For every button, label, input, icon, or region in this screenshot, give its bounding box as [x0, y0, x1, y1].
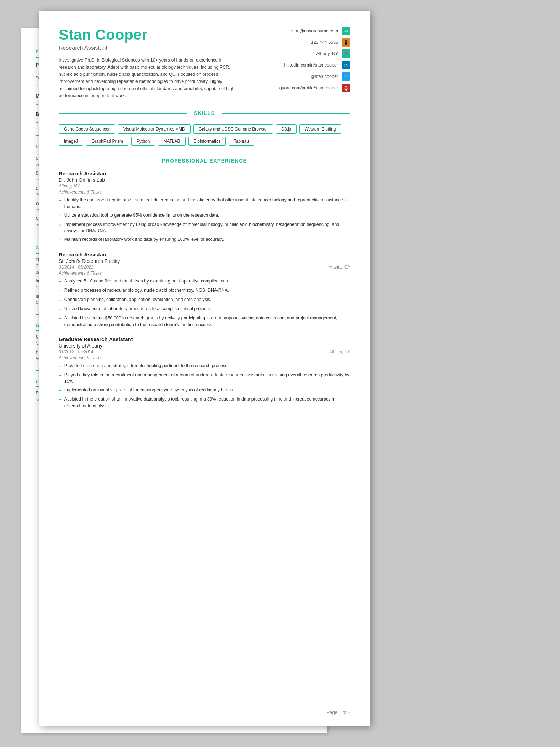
contact-location: Albany, NY 📍 — [251, 49, 350, 58]
exp-bullet-2-3: – Conducted planning, calibration, appli… — [59, 296, 350, 304]
exp-bullets-3: – Provided mentoring and strategic troub… — [59, 362, 350, 409]
exp-meta-1: Albany, NY — [59, 184, 350, 189]
twitter-icon: 🐦 — [342, 72, 350, 81]
skills-section-header: SKILLS — [59, 110, 350, 116]
candidate-name: Stan Cooper — [59, 27, 240, 43]
exp-bullets-2: – Analyzed 5-10 case files and databases… — [59, 278, 350, 328]
header-right: stan@novoresume.com ✉ 123 444 5555 📱 Alb… — [251, 27, 350, 95]
exp-bullet-3-4: – Assisted in the creation of an innovat… — [59, 396, 350, 409]
experience-section-title: PROFESSIONAL EXPERIENCE — [155, 158, 254, 164]
page-number: Page 1 of 2 — [327, 710, 351, 715]
candidate-title: Research Assistant — [59, 45, 240, 51]
quora-icon: Q — [342, 84, 350, 92]
exp-location-city-1: Albany, NY — [59, 184, 80, 189]
exp-subtitle-3: Achievements & Tasks — [59, 355, 350, 360]
skill-tag-tableau: Tableau — [229, 137, 254, 146]
phone-icon: 📱 — [342, 38, 350, 47]
exp-title-3: Graduate Research Assistant — [59, 336, 350, 342]
location-icon: 📍 — [342, 49, 350, 58]
exp-bullet-1-1: – Identify the conserved regulators of s… — [59, 197, 350, 210]
skill-tag: Gene Codes Sequencer — [59, 124, 115, 134]
skill-tag: D3.js — [276, 124, 296, 134]
exp-company-2: St. John's Research Facility — [59, 258, 350, 264]
skills-section-title: SKILLS — [187, 110, 222, 116]
exp-title-1: Research Assistant — [59, 170, 350, 176]
skill-tag: ImageJ — [59, 137, 83, 146]
header-left: Stan Cooper Research Assistant Investiga… — [59, 27, 251, 99]
skills-container: Gene Codes Sequencer Visual Molecular Dy… — [59, 123, 350, 148]
email-icon: ✉ — [342, 27, 350, 35]
contact-twitter: @stan.cooper 🐦 — [251, 72, 350, 81]
linkedin-icon: in — [342, 61, 350, 69]
skill-tag: Visual Molecular Dynamics VMD — [118, 124, 191, 134]
exp-bullet-1-3: – Implement process improvement by using… — [59, 221, 350, 235]
exp-bullet-3-3: – Implemented an inventive protocol for … — [59, 387, 350, 394]
exp-subtitle-1: Achievements & Tasks — [59, 190, 350, 195]
skills-section: SKILLS Gene Codes Sequencer Visual Molec… — [59, 110, 350, 148]
exp-bullet-2-2: – Refined processes of molecular biology… — [59, 287, 350, 295]
experience-item-2: Research Assistant St. John's Research F… — [59, 251, 350, 328]
skill-tag: Western Blotting — [299, 124, 341, 134]
experience-item-3: Graduate Research Assistant University o… — [59, 336, 350, 409]
exp-bullet-3-1: – Provided mentoring and strategic troub… — [59, 362, 350, 370]
skill-tag: MATLAB — [158, 137, 185, 146]
exp-bullet-2-1: – Analyzed 5-10 case files and databases… — [59, 278, 350, 285]
resume-header: Stan Cooper Research Assistant Investiga… — [59, 27, 350, 99]
exp-bullet-1-4: – Maintain records of laboratory work an… — [59, 236, 350, 244]
exp-title-2: Research Assistant — [59, 251, 350, 258]
exp-bullet-2-4: – Utilized knowledge of laboratory proce… — [59, 306, 350, 313]
resume-page: Stan Cooper Research Assistant Investiga… — [39, 11, 370, 726]
contact-email: stan@novoresume.com ✉ — [251, 27, 350, 35]
exp-bullets-1: – Identify the conserved regulators of s… — [59, 197, 350, 244]
exp-bullet-2-5: – Assisted in securing $50,000 in resear… — [59, 315, 350, 328]
exp-date-3: 01/2012 - 02/2014 — [59, 349, 93, 354]
exp-location-3: Albany, NY — [329, 349, 350, 354]
exp-location-2: Atlanta, GA — [329, 265, 350, 270]
exp-bullet-3-2: – Played a key role in the recruitment a… — [59, 372, 350, 385]
experience-section: PROFESSIONAL EXPERIENCE Research Assista… — [59, 158, 350, 409]
contact-phone: 123 444 5555 📱 — [251, 38, 350, 47]
skill-tag: Galaxy and UCSC Genome Browser — [193, 124, 273, 134]
experience-item-1: Research Assistant Dr. John Griffin's La… — [59, 170, 350, 244]
contact-linkedin: linkedin.com/in/stan.cooper in — [251, 61, 350, 69]
exp-subtitle-2: Achievements & Tasks — [59, 271, 350, 276]
skill-tag: Bioinformatics — [188, 137, 226, 146]
experience-section-header: PROFESSIONAL EXPERIENCE — [59, 158, 350, 164]
exp-meta-2: 03/2014 - 05/2021 Atlanta, GA — [59, 265, 350, 270]
exp-meta-3: 01/2012 - 02/2014 Albany, NY — [59, 349, 350, 354]
skill-tag: GraphPad Prism — [86, 137, 128, 146]
exp-bullet-1-2: – Utilize a statistical tool to generate… — [59, 212, 350, 219]
exp-company-1: Dr. John Griffin's Lab — [59, 177, 350, 183]
skill-tag: Python — [131, 137, 155, 146]
candidate-summary: Investigative Ph.D. in Biological Scienc… — [59, 57, 240, 99]
exp-company-3: University of Albany — [59, 343, 350, 349]
exp-date-2: 03/2014 - 05/2021 — [59, 265, 93, 270]
contact-quora: quora.com/profile/stan.cooper Q — [251, 84, 350, 92]
